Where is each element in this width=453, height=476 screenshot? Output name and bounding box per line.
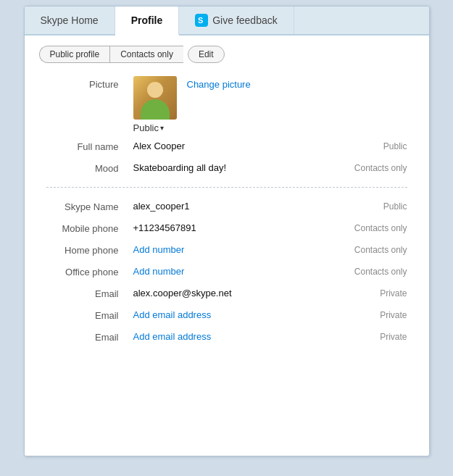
email2-visibility: Private bbox=[335, 309, 407, 320]
full-name-label: Full name bbox=[46, 141, 133, 152]
svg-text:S: S bbox=[198, 16, 203, 25]
skype-name-row: Skype Name alex_cooper1 Public bbox=[46, 201, 407, 212]
mobile-phone-visibility: Contacts only bbox=[335, 222, 407, 233]
office-phone-add-link[interactable]: Add number bbox=[133, 266, 335, 277]
email1-label: Email bbox=[46, 288, 133, 299]
section-divider bbox=[46, 187, 407, 188]
office-phone-label: Office phone bbox=[46, 266, 133, 277]
email3-add-link[interactable]: Add email address bbox=[133, 331, 335, 342]
email2-add-link[interactable]: Add email address bbox=[133, 309, 335, 320]
full-name-visibility: Public bbox=[335, 141, 407, 151]
mood-value: Skateboarding all day! bbox=[133, 162, 335, 173]
visibility-dropdown-label: Public bbox=[133, 122, 159, 133]
email1-visibility: Private bbox=[335, 288, 407, 298]
picture-content: Change picture Public ▾ bbox=[133, 76, 251, 133]
main-window: Skype Home Profile S Give feedback Publi… bbox=[24, 6, 430, 456]
profile-section: Picture Change picture Public ▾ Full nam… bbox=[39, 76, 415, 343]
content-area: Public profile Contacts only Edit Pictur… bbox=[25, 36, 429, 456]
email3-row: Email Add email address Private bbox=[46, 331, 407, 343]
mobile-phone-label: Mobile phone bbox=[46, 222, 133, 234]
mood-row: Mood Skateboarding all day! Contacts onl… bbox=[46, 162, 407, 174]
picture-label: Picture bbox=[46, 76, 133, 90]
picture-top: Change picture bbox=[133, 76, 251, 120]
skype-name-visibility: Public bbox=[335, 201, 407, 212]
home-phone-label: Home phone bbox=[46, 244, 133, 256]
email3-label: Email bbox=[46, 331, 133, 343]
visibility-dropdown[interactable]: Public ▾ bbox=[133, 122, 164, 133]
full-name-value: Alex Cooper bbox=[133, 141, 335, 151]
email1-value: alex.cooper@skype.net bbox=[133, 288, 335, 298]
mobile-phone-value: +11234567891 bbox=[133, 222, 335, 233]
chevron-down-icon: ▾ bbox=[160, 124, 164, 132]
email2-row: Email Add email address Private bbox=[46, 309, 407, 321]
tab-skype-home[interactable]: Skype Home bbox=[25, 7, 115, 34]
tab-skype-home-label: Skype Home bbox=[41, 14, 99, 26]
home-phone-row: Home phone Add number Contacts only bbox=[46, 244, 407, 256]
office-phone-row: Office phone Add number Contacts only bbox=[46, 266, 407, 277]
tab-give-feedback-label: Give feedback bbox=[212, 14, 278, 26]
skype-name-label: Skype Name bbox=[46, 201, 133, 212]
mood-label: Mood bbox=[46, 162, 133, 174]
email3-visibility: Private bbox=[335, 331, 407, 342]
avatar bbox=[133, 76, 177, 120]
picture-row: Picture Change picture Public ▾ bbox=[46, 76, 407, 133]
tab-give-feedback[interactable]: S Give feedback bbox=[179, 7, 294, 34]
email2-label: Email bbox=[46, 309, 133, 321]
sub-tab-contacts-only[interactable]: Contacts only bbox=[109, 46, 183, 63]
sub-tab-bar: Public profile Contacts only Edit bbox=[39, 46, 415, 63]
mobile-phone-row: Mobile phone +11234567891 Contacts only bbox=[46, 222, 407, 234]
sub-tab-edit[interactable]: Edit bbox=[188, 46, 225, 63]
tab-bar: Skype Home Profile S Give feedback bbox=[25, 7, 429, 36]
office-phone-visibility: Contacts only bbox=[335, 266, 407, 277]
sub-tab-public-profile[interactable]: Public profile bbox=[39, 46, 110, 63]
mood-visibility: Contacts only bbox=[335, 162, 407, 173]
email1-row: Email alex.cooper@skype.net Private bbox=[46, 288, 407, 299]
home-phone-visibility: Contacts only bbox=[335, 244, 407, 255]
full-name-row: Full name Alex Cooper Public bbox=[46, 141, 407, 152]
tab-profile[interactable]: Profile bbox=[115, 7, 180, 36]
home-phone-add-link[interactable]: Add number bbox=[133, 244, 335, 255]
skype-logo-icon: S bbox=[195, 14, 208, 27]
change-picture-link[interactable]: Change picture bbox=[187, 76, 251, 90]
skype-name-value: alex_cooper1 bbox=[133, 201, 335, 212]
tab-profile-label: Profile bbox=[131, 14, 163, 26]
